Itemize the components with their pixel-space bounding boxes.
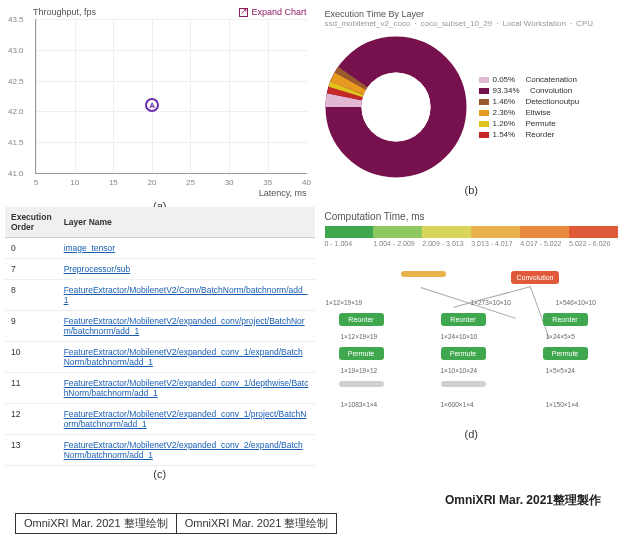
computation-graph[interactable]: Convolution 1×12×19×19 1×273×10×10 1×546… bbox=[321, 251, 623, 426]
graph-node[interactable]: Permute bbox=[339, 347, 384, 360]
expand-chart-button[interactable]: Expand Chart bbox=[239, 7, 306, 17]
scatter-xlabel: Latency, ms bbox=[5, 188, 315, 198]
legend-item[interactable]: 1.26% Permute bbox=[479, 119, 580, 128]
expand-icon bbox=[239, 8, 248, 17]
donut-chart[interactable] bbox=[321, 32, 471, 182]
table-row[interactable]: 10FeatureExtractor/MobilenetV2/expanded_… bbox=[5, 342, 315, 373]
graph-node[interactable]: Reorder bbox=[543, 313, 588, 326]
footer-table: OmniXRI Mar. 2021 整理绘制 OmniXRI Mar. 2021… bbox=[15, 513, 337, 534]
legend-item[interactable]: 93.34% Convolution bbox=[479, 86, 580, 95]
graph-node[interactable] bbox=[441, 381, 486, 387]
table-row[interactable]: 7Preprocessor/sub bbox=[5, 259, 315, 280]
panel-b: Execution Time By Layer ssd_mobilenet_v2… bbox=[317, 5, 627, 205]
scatter-ylabel: Throughput, fps bbox=[13, 7, 96, 17]
label-c: (c) bbox=[5, 468, 315, 480]
graph-node[interactable]: Reorder bbox=[339, 313, 384, 326]
footer-right: OmniXRI Mar. 2021 整理绘制 bbox=[176, 514, 337, 534]
table-row[interactable]: 0image_tensor bbox=[5, 238, 315, 259]
scatter-point-a[interactable]: A bbox=[145, 98, 159, 112]
graph-node[interactable] bbox=[339, 381, 384, 387]
gradient-labels: 0 - 1.0041.004 - 2.0092.009 - 3.013 3.01… bbox=[325, 240, 619, 247]
footer-left: OmniXRI Mar. 2021 整理绘制 bbox=[16, 514, 177, 534]
layer-table: Execution Order Layer Name 0image_tensor… bbox=[5, 207, 315, 466]
donut-legend: 0.05% Concatenation 93.34% Convolution 1… bbox=[479, 73, 580, 141]
layer-link[interactable]: FeatureExtractor/MobilenetV2/expanded_co… bbox=[64, 347, 303, 367]
donut-title: Execution Time By Layer bbox=[317, 5, 627, 19]
layer-link[interactable]: FeatureExtractor/MobilenetV2/expanded_co… bbox=[64, 440, 303, 460]
svg-point-1 bbox=[361, 73, 430, 142]
legend-item[interactable]: 1.46% Detectionoutpu bbox=[479, 97, 580, 106]
table-row[interactable]: 12FeatureExtractor/MobilenetV2/expanded_… bbox=[5, 404, 315, 435]
layer-link[interactable]: Preprocessor/sub bbox=[64, 264, 131, 274]
scatter-chart[interactable]: 43.5 43.0 42.5 42.0 41.5 41.0 5 10 15 20… bbox=[35, 19, 307, 174]
panel-a: Throughput, fps Expand Chart 43.5 43.0 4… bbox=[5, 5, 315, 205]
graph-node[interactable]: Convolution bbox=[511, 271, 560, 284]
legend-item[interactable]: 2.36% Eltwise bbox=[479, 108, 580, 117]
legend-item[interactable]: 1.54% Reorder bbox=[479, 130, 580, 139]
th-order[interactable]: Execution Order bbox=[5, 207, 58, 238]
graph-node[interactable]: Reorder bbox=[441, 313, 486, 326]
watermark: OmniXRI Mar. 2021整理製作 bbox=[445, 492, 601, 509]
table-row[interactable]: 8FeatureExtractor/MobilenetV2/Conv/Batch… bbox=[5, 280, 315, 311]
layer-link[interactable]: FeatureExtractor/MobilenetV2/expanded_co… bbox=[64, 409, 307, 429]
expand-label: Expand Chart bbox=[251, 7, 306, 17]
graph-node[interactable] bbox=[401, 271, 446, 277]
layer-link[interactable]: FeatureExtractor/MobilenetV2/expanded_co… bbox=[64, 378, 309, 398]
layer-link[interactable]: image_tensor bbox=[64, 243, 116, 253]
table-row[interactable]: 9FeatureExtractor/MobilenetV2/expanded_c… bbox=[5, 311, 315, 342]
comp-title: Computation Time, ms bbox=[317, 207, 627, 226]
panel-d: Computation Time, ms 0 - 1.0041.004 - 2.… bbox=[317, 207, 627, 467]
graph-node[interactable]: Permute bbox=[543, 347, 588, 360]
table-row[interactable]: 11FeatureExtractor/MobilenetV2/expanded_… bbox=[5, 373, 315, 404]
label-b: (b) bbox=[317, 184, 627, 196]
layer-link[interactable]: FeatureExtractor/MobilenetV2/Conv/BatchN… bbox=[64, 285, 308, 305]
panel-c: Execution Order Layer Name 0image_tensor… bbox=[5, 207, 315, 467]
table-row[interactable]: 13FeatureExtractor/MobilenetV2/expanded_… bbox=[5, 435, 315, 466]
legend-item[interactable]: 0.05% Concatenation bbox=[479, 75, 580, 84]
gradient-legend bbox=[325, 226, 619, 238]
donut-breadcrumb: ssd_mobilenet_v2_coco· coco_subset_10_29… bbox=[317, 19, 627, 32]
th-name[interactable]: Layer Name bbox=[58, 207, 315, 238]
layer-link[interactable]: FeatureExtractor/MobilenetV2/expanded_co… bbox=[64, 316, 305, 336]
label-d: (d) bbox=[317, 428, 627, 440]
graph-node[interactable]: Permute bbox=[441, 347, 486, 360]
